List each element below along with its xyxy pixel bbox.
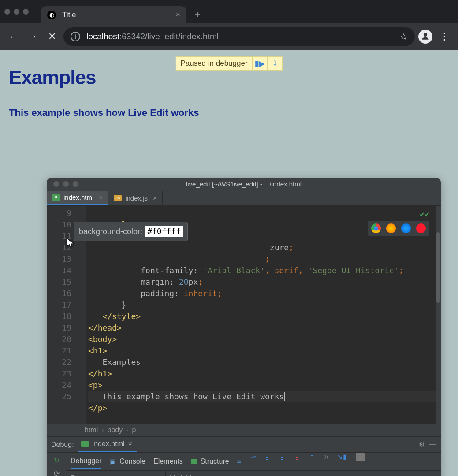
variables-header: Variables — [166, 471, 441, 476]
address-bar[interactable]: i localhost:63342/live_edit/index.html ☆ — [63, 27, 415, 46]
debugger-tab[interactable]: Debugger — [71, 457, 101, 469]
frames-header: Frames — [66, 471, 166, 476]
tab-label: index.js — [125, 194, 148, 202]
editor-tab-index-html[interactable]: H index.html × — [47, 191, 108, 205]
browser-tab[interactable]: ◐ Title × — [41, 6, 186, 23]
ide-title-text: live_edit [~/WS/live_edit] - .../index.h… — [186, 180, 302, 188]
tab-label: index.html — [63, 193, 93, 201]
safari-icon[interactable] — [401, 223, 411, 233]
page-paragraph: This example shows how Live Edit works — [9, 107, 449, 119]
step-over-icon[interactable]: ⤻ — [250, 453, 256, 470]
tooltip-label: background-color: — [79, 226, 142, 237]
code-token: zure — [270, 243, 289, 252]
drop-frame-icon[interactable]: ⤭ — [324, 453, 329, 470]
debugger-step-icon[interactable]: ⤵ — [267, 57, 282, 70]
structure-tab[interactable]: Structure — [191, 457, 229, 465]
bookmark-star-icon[interactable]: ☆ — [400, 31, 408, 42]
breadcrumb-item[interactable]: body — [108, 426, 123, 434]
debug-label: Debug: — [51, 441, 74, 449]
code-token: ; — [265, 254, 270, 264]
stop-button[interactable]: ✕ — [44, 29, 60, 45]
run-to-cursor-icon[interactable]: ➘▮ — [337, 453, 347, 470]
evaluate-expression-icon[interactable] — [356, 453, 365, 461]
color-tooltip: background-color: #f0ffff — [74, 222, 188, 241]
banner-text: Paused in debugger — [176, 59, 252, 68]
debug-settings-icon[interactable]: ⚙ — [419, 440, 425, 449]
window-dot-max[interactable] — [23, 9, 29, 15]
html-file-icon: H — [52, 194, 60, 201]
code-editor[interactable]: 91011 121314 151617 181920 212223 2425 <… — [47, 206, 441, 424]
ide-close-dot[interactable] — [53, 181, 59, 187]
profile-avatar[interactable] — [418, 30, 432, 44]
tab-close-icon[interactable]: × — [99, 193, 103, 201]
step-out-icon[interactable]: ⭱ — [309, 453, 316, 470]
breadcrumb-item[interactable]: p — [132, 426, 136, 434]
tooltip-swatch: #f0ffff — [145, 226, 183, 237]
ide-max-dot[interactable] — [73, 181, 78, 187]
force-step-into-icon[interactable]: ⭳ — [294, 453, 301, 470]
debug-config-name: index.html — [93, 440, 125, 448]
editor-tab-index-js[interactable]: JS index.js × — [108, 191, 163, 205]
tab-close-icon[interactable]: × — [153, 194, 157, 202]
paused-in-debugger-banner: Paused in debugger ▮▶ ⤵ — [175, 56, 282, 71]
forward-button[interactable]: → — [25, 29, 41, 45]
url-path: :63342/live_edit/index.html — [119, 32, 219, 41]
new-tab-button[interactable]: + — [194, 8, 201, 21]
debugger-resume-icon[interactable]: ▮▶ — [252, 57, 267, 70]
back-button[interactable]: ← — [5, 29, 21, 45]
html-file-icon — [191, 459, 197, 464]
step-into-icon[interactable]: ⭳ — [264, 453, 271, 470]
favicon-icon: ◐ — [47, 11, 56, 19]
inspection-ok-icon[interactable]: ✔✔ — [420, 208, 429, 220]
mouse-cursor-icon — [66, 238, 75, 251]
html-file-icon — [81, 441, 89, 447]
console-tab[interactable]: ▣Console — [109, 457, 145, 466]
tab-close-icon[interactable]: × — [175, 10, 180, 19]
tab-close-icon[interactable]: × — [128, 440, 132, 448]
tab-title: Title — [62, 11, 76, 19]
firefox-icon[interactable] — [386, 223, 396, 233]
debug-hide-icon[interactable]: — — [429, 441, 436, 449]
editor-scrollbar[interactable] — [436, 206, 441, 424]
layout-icon[interactable]: ≡ — [237, 457, 241, 465]
breadcrumb-bar[interactable]: html› body› p — [47, 424, 441, 437]
elements-tab[interactable]: Elements — [153, 457, 183, 465]
breadcrumb-item[interactable]: html — [85, 426, 98, 434]
window-dot-min[interactable] — [14, 9, 19, 15]
browser-menu-icon[interactable]: ⋮ — [436, 31, 453, 42]
window-dot-close[interactable] — [4, 9, 10, 15]
ide-min-dot[interactable] — [63, 181, 69, 187]
info-icon[interactable]: i — [71, 32, 80, 41]
opera-icon[interactable] — [416, 223, 426, 233]
js-file-icon: JS — [114, 195, 122, 201]
ide-window: live_edit [~/WS/live_edit] - .../index.h… — [47, 178, 441, 476]
open-in-browser-toolbar — [368, 221, 429, 236]
reload-icon[interactable]: ⟳ — [51, 469, 62, 476]
rerun-icon[interactable]: ↻ — [51, 455, 62, 465]
debug-config-tab[interactable]: index.html × — [78, 437, 137, 452]
chrome-icon[interactable] — [371, 223, 381, 233]
url-host: localhost — [86, 32, 119, 41]
step-into-my-icon[interactable]: ⭳ — [279, 453, 286, 470]
